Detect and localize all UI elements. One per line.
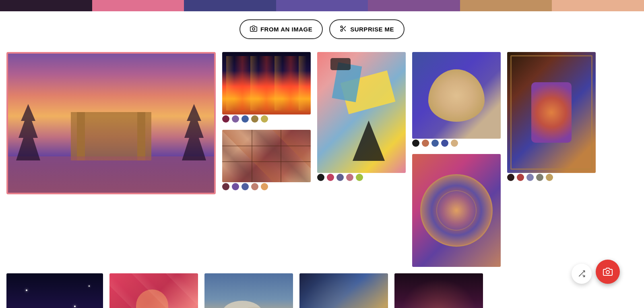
color-dot: [422, 139, 429, 147]
gallery-item-hongkong[interactable]: [222, 52, 311, 123]
col-5: [507, 52, 596, 182]
color-dots-shell: [412, 139, 501, 148]
color-dot: [261, 115, 268, 123]
color-dot: [346, 174, 353, 181]
fab-shuffle-icon: [578, 270, 586, 278]
color-dots-hongkong: [222, 114, 311, 123]
from-image-label: FROM AN IMAGE: [260, 26, 312, 33]
gallery-item-shell[interactable]: [412, 52, 501, 148]
svg-point-6: [606, 271, 609, 274]
strip-seg-1: [0, 0, 92, 11]
color-dot: [327, 174, 334, 181]
color-dot: [251, 115, 258, 123]
color-dot: [536, 174, 543, 181]
gallery-item-mandala[interactable]: [412, 154, 501, 267]
color-dot: [232, 183, 239, 190]
color-dot: [507, 174, 514, 181]
col-2: [222, 52, 311, 191]
gallery-item-mythology[interactable]: [299, 273, 388, 308]
gallery-item-thangka[interactable]: [507, 52, 596, 182]
color-dot: [232, 115, 239, 123]
color-dot: [412, 139, 419, 147]
svg-point-2: [341, 29, 343, 31]
color-dot: [356, 174, 363, 181]
svg-point-1: [341, 26, 343, 28]
color-dot: [251, 183, 258, 190]
scissors-icon: [340, 25, 347, 33]
from-image-button[interactable]: FROM AN IMAGE: [239, 19, 323, 39]
gallery-item-dancer[interactable]: [109, 273, 198, 308]
gallery-item-abstract[interactable]: [317, 52, 406, 182]
color-dot: [451, 139, 458, 147]
color-dot: [222, 115, 229, 123]
color-dot: [526, 174, 534, 181]
surprise-me-button[interactable]: SURPRISE ME: [329, 19, 405, 39]
color-dot: [517, 174, 524, 181]
surprise-me-label: SURPRISE ME: [350, 26, 394, 33]
color-dot: [317, 174, 324, 181]
color-dot: [441, 139, 448, 147]
svg-point-0: [252, 28, 255, 30]
color-dot: [242, 115, 249, 123]
col-4: [412, 52, 501, 267]
svg-line-5: [342, 27, 343, 29]
fab-camera-icon: [603, 267, 613, 277]
camera-icon: [250, 25, 257, 33]
main-gallery: [0, 49, 644, 308]
button-bar: FROM AN IMAGE SURPRISE ME: [0, 11, 644, 49]
fab-shuffle-button[interactable]: [572, 264, 592, 284]
color-dot: [546, 174, 553, 181]
gallery-top-row: [6, 52, 638, 267]
color-dot: [242, 183, 249, 190]
svg-line-4: [344, 29, 346, 31]
strip-seg-4: [276, 0, 368, 11]
color-dots-thangka: [507, 173, 596, 182]
gallery-item-dark-forest[interactable]: [394, 273, 483, 308]
strip-seg-7: [552, 0, 644, 11]
fab-camera-button[interactable]: [596, 260, 620, 284]
featured-item[interactable]: [6, 52, 216, 194]
gallery-item-sydney[interactable]: [204, 273, 293, 308]
color-dot: [431, 139, 439, 147]
color-dot: [261, 183, 268, 190]
gallery-bottom-row: [6, 273, 638, 308]
color-dot: [336, 174, 344, 181]
strip-seg-6: [460, 0, 552, 11]
col-3: [317, 52, 406, 182]
color-dots-geometric: [222, 182, 311, 191]
gallery-item-geometric[interactable]: [222, 130, 311, 191]
color-strip: [0, 0, 644, 11]
strip-seg-5: [368, 0, 460, 11]
color-dots-abstract: [317, 173, 406, 182]
strip-seg-2: [92, 0, 184, 11]
gallery-item-space[interactable]: [6, 273, 103, 308]
strip-seg-3: [184, 0, 276, 11]
color-dot: [222, 183, 229, 190]
